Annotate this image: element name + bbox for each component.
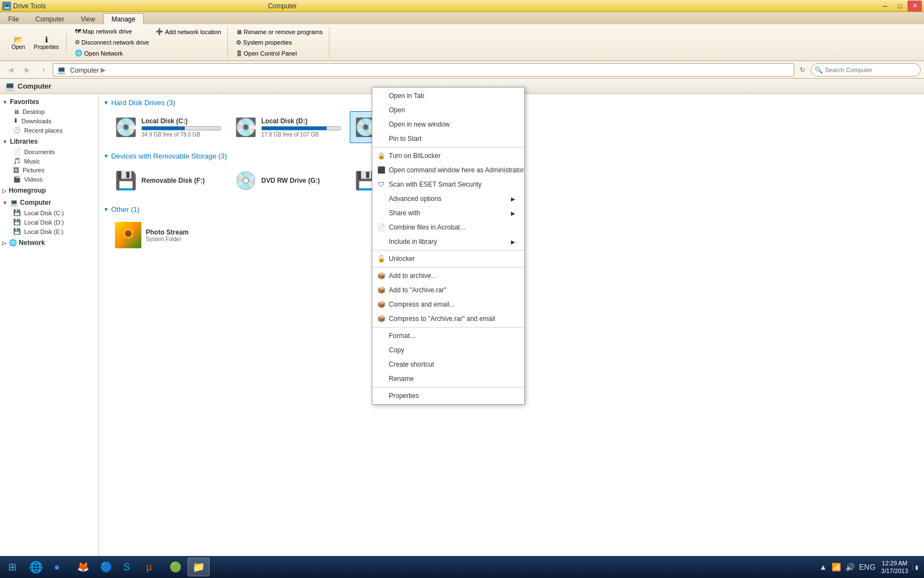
sidebar-homegroup-header[interactable]: ▷ Homegroup [0, 185, 98, 196]
sidebar-item-documents[interactable]: 📄 Documents [0, 147, 98, 156]
taskbar-chrome-button[interactable]: ● [49, 558, 71, 576]
ctx-eset[interactable]: 🛡 Scan with ESET Smart Security [372, 177, 524, 192]
recent-label: Recent places [24, 127, 63, 134]
up-button[interactable]: ↑ [36, 63, 51, 77]
local-disk-d-label: Local Disk (D:) [24, 219, 64, 226]
tray-lang-label[interactable]: ENG [858, 563, 877, 571]
ribbon-system-props-button[interactable]: ⚙ System properties [233, 37, 326, 48]
drive-g-name: DVD RW Drive (G:) [261, 177, 340, 184]
sidebar-item-local-d[interactable]: 💾 Local Disk (D:) [0, 217, 98, 227]
photo-stream-item[interactable]: 🌻 Photo Stream System Folder [110, 218, 209, 252]
minimize-button[interactable]: ─ [878, 1, 892, 12]
ribbon-open-button[interactable]: 📂 Open [8, 33, 29, 52]
ctx-compress-email[interactable]: 📦 Compress and email... [372, 297, 524, 312]
ribbon-disconnect-button[interactable]: ⊘ Disconnect network drive [72, 37, 152, 47]
ctx-open-tab[interactable]: Open in Tab [372, 89, 524, 103]
network-label: 🌐 Network [9, 239, 45, 247]
sidebar-libraries-header[interactable]: ▼ Libraries [0, 136, 98, 147]
search-input[interactable] [825, 67, 917, 73]
sidebar-item-videos[interactable]: 🎬 Videos [0, 175, 98, 184]
tab-manage[interactable]: Manage [103, 13, 144, 24]
sidebar-item-pictures[interactable]: 🖼 Pictures [0, 166, 98, 175]
tray-date-value: 3/17/2013 [881, 567, 908, 575]
app4-icon: 🔵 [100, 561, 112, 573]
taskbar-app7-button[interactable]: 🟢 [164, 558, 186, 576]
tray-arrow-icon[interactable]: ▲ [818, 563, 828, 571]
forward-button[interactable]: ▶ [20, 63, 34, 77]
sidebar-network-header[interactable]: ▷ 🌐 Network [0, 237, 98, 248]
ctx-compress-rar-email[interactable]: 📦 Compress to "Archive.rar" and email [372, 312, 524, 326]
ribbon-open-network-button[interactable]: 🌐 Open Network [72, 48, 152, 58]
window-controls[interactable]: ─ □ ✕ [878, 1, 922, 12]
sidebar-item-local-c[interactable]: 💾 Local Disk (C:) [0, 208, 98, 217]
ctx-combine[interactable]: 📄 Combine files in Acrobat... [372, 220, 524, 235]
address-path[interactable]: 💻 Computer ▶ [53, 63, 794, 77]
ctx-unlocker-icon: 🔓 [377, 254, 386, 263]
drive-d-item[interactable]: 💽 Local Disk (D:) 17.8 GB free of 107 GB [230, 111, 345, 143]
tray-volume-icon[interactable]: 🔊 [844, 563, 856, 571]
taskbar-skype-button[interactable]: S [118, 558, 140, 576]
tray-clock[interactable]: 12:29 AM 3/17/2013 [879, 559, 910, 575]
tray-show-desktop-icon[interactable]: ▮ [912, 564, 920, 570]
search-box[interactable]: 🔍 [811, 63, 921, 77]
ctx-bitlocker-label: Turn on BitLocker [389, 152, 441, 160]
ctx-create-shortcut[interactable]: Create shortcut [372, 357, 524, 372]
taskbar-explorer-button[interactable]: 📁 [188, 558, 210, 576]
ribbon-map-drive-button[interactable]: 🗺 Map network drive [72, 26, 152, 36]
ctx-open-cmd[interactable]: ⬛ Open command window here as Administra… [372, 163, 524, 177]
tab-file[interactable]: File [0, 13, 27, 24]
ctx-format[interactable]: Format... [372, 329, 524, 343]
taskbar: ⊞ 🌐 ● 🦊 🔵 S µ 🟢 📁 ▲ 📶 🔊 ENG 12:29 AM 3/1… [0, 556, 924, 578]
ctx-pin-start[interactable]: Pin to Start [372, 132, 524, 146]
tray-network-icon[interactable]: 📶 [831, 563, 842, 571]
ctx-share-with-arrow: ▶ [511, 210, 515, 216]
ctx-compress-rar-email-icon: 📦 [377, 314, 386, 323]
drive-f-item[interactable]: 💾 Removable Disk (F:) [110, 165, 226, 197]
taskbar-ie-button[interactable]: 🌐 [24, 558, 48, 576]
sidebar-item-recent[interactable]: 🕐 Recent places [0, 126, 98, 135]
ctx-add-archive-rar[interactable]: 📦 Add to "Archive.rar" [372, 283, 524, 297]
maximize-button[interactable]: □ [893, 1, 907, 12]
ctx-bitlocker[interactable]: 🔒 Turn on BitLocker [372, 149, 524, 163]
sidebar-computer-header[interactable]: ▼ 💻 Computer [0, 197, 98, 208]
ctx-open-new-window[interactable]: Open in new window [372, 117, 524, 132]
taskbar-utorrent-button[interactable]: µ [141, 558, 163, 576]
taskbar-app4-button[interactable]: 🔵 [95, 558, 117, 576]
ctx-add-archive[interactable]: 📦 Add to archive... [372, 269, 524, 283]
ctx-share-with[interactable]: Share with ▶ [372, 206, 524, 220]
ribbon-properties-button[interactable]: ℹ Properties [30, 33, 63, 52]
sidebar-item-music[interactable]: 🎵 Music [0, 156, 98, 166]
back-button[interactable]: ◀ [3, 63, 18, 77]
ctx-include-library[interactable]: Include in library ▶ [372, 235, 524, 249]
sidebar-favorites-header[interactable]: ▼ Favorites [0, 96, 98, 107]
ctx-open-cmd-label: Open command window here as Administrato… [389, 166, 524, 174]
close-button[interactable]: ✕ [908, 1, 922, 12]
sidebar-item-downloads[interactable]: ⬇ Downloads [0, 116, 98, 126]
sidebar-item-local-e[interactable]: 💾 Local Disk (E:) [0, 227, 98, 236]
ctx-open[interactable]: Open [372, 103, 524, 117]
taskbar-firefox-button[interactable]: 🦊 [72, 558, 94, 576]
ribbon-control-panel-button[interactable]: 🎛 Open Control Panel [233, 48, 326, 58]
system-props-label: System properties [243, 39, 292, 46]
drive-c-item[interactable]: 💽 Local Disk (C:) 34.9 GB free of 78.0 G… [110, 111, 226, 143]
hdd-collapse-arrow[interactable]: ▼ [103, 100, 109, 106]
computer-header-name: Computer [18, 82, 51, 90]
sidebar-item-desktop[interactable]: 🖥 Desktop [0, 107, 98, 116]
tab-computer[interactable]: Computer [27, 13, 73, 24]
drive-g-item[interactable]: 💿 DVD RW Drive (G:) [230, 165, 345, 197]
ctx-unlocker[interactable]: 🔓 Unlocker [372, 252, 524, 266]
address-crumb-computer: 💻 Computer [57, 66, 99, 74]
refresh-button[interactable]: ↻ [796, 64, 809, 76]
start-button[interactable]: ⊞ [1, 557, 23, 577]
ribbon-rename-programs-button[interactable]: 🖥 Rename or remove programs [233, 27, 326, 37]
tab-view[interactable]: View [73, 13, 103, 24]
ctx-advanced[interactable]: Advanced options ▶ [372, 192, 524, 206]
ctx-properties[interactable]: Properties [372, 389, 524, 403]
drive-c-disk-icon: 💽 [115, 117, 137, 138]
ribbon-add-location-button[interactable]: ➕ Add network location [153, 26, 224, 37]
ctx-copy[interactable]: Copy [372, 343, 524, 357]
other-collapse-arrow[interactable]: ▼ [103, 206, 109, 212]
ctx-rename[interactable]: Rename [372, 372, 524, 386]
removable-collapse-arrow[interactable]: ▼ [103, 153, 109, 159]
add-location-icon: ➕ [156, 28, 163, 35]
